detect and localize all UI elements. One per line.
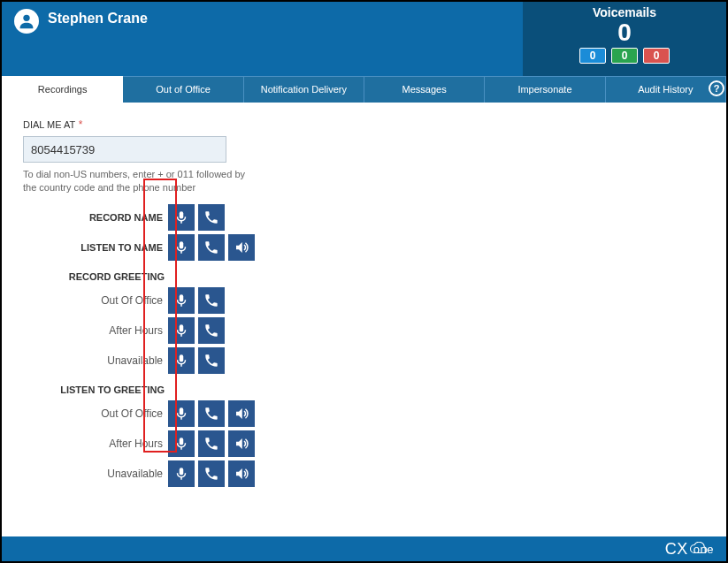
tab-messages[interactable]: Messages <box>364 76 485 103</box>
record-unavailable-phone-button[interactable] <box>198 347 225 374</box>
listen-ooo-speaker-button[interactable] <box>228 400 255 427</box>
speaker-icon <box>234 406 249 422</box>
recording-rows: RECORD NAME LISTEN TO NAME RECORD GREETI… <box>23 202 705 489</box>
logo-one: one <box>694 543 714 556</box>
dial-label: DIAL ME AT <box>23 119 75 130</box>
tabs: Recordings Out of Office Notification De… <box>2 76 726 103</box>
header: Stephen Crane Voicemails 0 0 0 0 <box>2 2 726 76</box>
speaker-icon <box>234 436 249 452</box>
badge-green[interactable]: 0 <box>611 48 638 64</box>
user-icon <box>17 11 36 31</box>
phone-icon <box>203 323 219 339</box>
listen-name-mic-button[interactable] <box>168 234 195 261</box>
listen-afterhours-speaker-button[interactable] <box>228 430 255 457</box>
mic-icon <box>173 406 189 422</box>
row-listen-greeting-afterhours: After Hours <box>23 429 705 459</box>
tab-out-of-office[interactable]: Out of Office <box>123 76 243 103</box>
listen-greeting-title: LISTEN TO GREETING <box>23 384 165 395</box>
phone-icon <box>203 436 219 452</box>
row-listen-name: LISTEN TO NAME <box>23 232 705 262</box>
phone-icon <box>203 293 219 308</box>
user-area: Stephen Crane <box>2 2 160 76</box>
cxone-logo: CX one <box>665 540 714 559</box>
listen-ooo-phone-button[interactable] <box>198 400 225 427</box>
unavailable-label: Unavailable <box>23 354 165 367</box>
listen-name-label: LISTEN TO NAME <box>23 242 165 253</box>
record-afterhours-mic-button[interactable] <box>168 317 195 344</box>
record-name-label: RECORD NAME <box>23 212 165 223</box>
row-record-greeting-afterhours: After Hours <box>23 316 705 346</box>
phone-icon <box>203 466 219 482</box>
phone-icon <box>203 353 219 369</box>
mic-icon <box>173 353 189 369</box>
row-listen-greeting-unavailable: Unavailable <box>23 459 705 489</box>
speaker-icon <box>234 240 249 255</box>
ooo-label: Out Of Office <box>23 294 165 307</box>
listen-ooo-label: Out Of Office <box>23 407 165 420</box>
tab-notification-delivery[interactable]: Notification Delivery <box>244 76 364 103</box>
afterhours-label: After Hours <box>23 324 165 337</box>
mic-icon <box>173 466 189 482</box>
listen-afterhours-phone-button[interactable] <box>198 430 225 457</box>
required-marker: * <box>79 118 83 131</box>
listen-unavailable-label: Unavailable <box>23 468 165 480</box>
speaker-icon <box>234 466 249 482</box>
tab-impersonate[interactable]: Impersonate <box>485 76 605 103</box>
mic-icon <box>173 323 189 339</box>
listen-name-phone-button[interactable] <box>198 234 225 261</box>
voicemails-count: 0 <box>523 19 726 46</box>
record-ooo-mic-button[interactable] <box>168 287 195 314</box>
app-window: Stephen Crane Voicemails 0 0 0 0 Recordi… <box>0 0 728 563</box>
mic-icon <box>173 436 189 452</box>
record-ooo-phone-button[interactable] <box>198 287 225 314</box>
phone-icon <box>203 406 219 422</box>
dial-input[interactable] <box>23 136 226 163</box>
content: DIAL ME AT * To dial non-US numbers, ent… <box>2 103 726 536</box>
listen-afterhours-mic-button[interactable] <box>168 430 195 457</box>
record-greeting-title: RECORD GREETING <box>23 271 165 282</box>
voicemail-panel: Voicemails 0 0 0 0 <box>523 2 726 76</box>
phone-icon <box>203 240 219 255</box>
username: Stephen Crane <box>48 11 148 27</box>
avatar[interactable] <box>14 9 39 34</box>
record-afterhours-phone-button[interactable] <box>198 317 225 344</box>
tab-recordings[interactable]: Recordings <box>2 76 123 103</box>
voicemails-label: Voicemails <box>523 5 726 19</box>
mic-icon <box>173 293 189 308</box>
record-name-phone-button[interactable] <box>198 204 225 231</box>
listen-afterhours-label: After Hours <box>23 437 165 450</box>
footer: CX one <box>2 536 726 561</box>
dial-hint: To dial non-US numbers, enter + or 011 f… <box>23 168 253 195</box>
listen-unavailable-mic-button[interactable] <box>168 460 195 487</box>
record-name-mic-button[interactable] <box>168 204 195 231</box>
listen-unavailable-speaker-button[interactable] <box>228 460 255 487</box>
row-record-greeting-ooo: Out Of Office <box>23 285 705 316</box>
row-listen-greeting-ooo: Out Of Office <box>23 399 705 429</box>
logo-cx: CX <box>665 540 688 559</box>
svg-point-0 <box>23 15 29 21</box>
listen-ooo-mic-button[interactable] <box>168 400 195 427</box>
help-icon[interactable]: ? <box>709 80 724 96</box>
badge-red[interactable]: 0 <box>643 48 670 64</box>
listen-unavailable-phone-button[interactable] <box>198 460 225 487</box>
listen-name-speaker-button[interactable] <box>228 234 255 261</box>
record-unavailable-mic-button[interactable] <box>168 347 195 374</box>
mic-icon <box>173 209 189 225</box>
badge-blue[interactable]: 0 <box>579 48 606 64</box>
row-record-greeting-unavailable: Unavailable <box>23 346 705 376</box>
row-record-name: RECORD NAME <box>23 202 705 232</box>
mic-icon <box>173 240 189 255</box>
phone-icon <box>203 209 219 225</box>
voicemail-badges: 0 0 0 <box>523 48 726 64</box>
